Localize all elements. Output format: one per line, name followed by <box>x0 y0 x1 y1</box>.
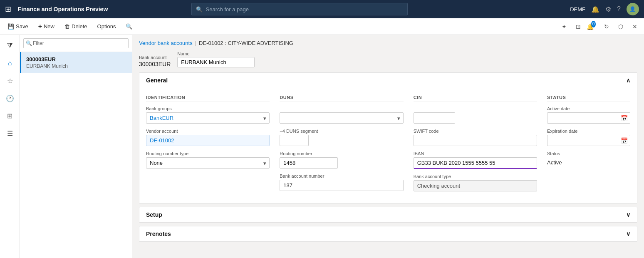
active-date-label: Active date <box>547 106 630 111</box>
identification-column: IDENTIFICATION Bank groups BankEUR Vendo… <box>146 95 270 196</box>
save-button[interactable]: 💾 Save <box>3 22 32 31</box>
active-date-calendar-icon[interactable]: 📅 <box>621 115 628 122</box>
new-icon: + <box>38 23 42 30</box>
list-item[interactable]: 300003EUR EURBANK Munich <box>20 52 132 73</box>
filter-icon: 🔍 <box>26 40 32 46</box>
expiration-date-calendar-icon[interactable]: 📅 <box>621 137 628 144</box>
prenotes-section-header[interactable]: Prenotes ∨ <box>139 226 637 241</box>
cin-input[interactable] <box>414 112 455 124</box>
notification-icon[interactable]: 🔔 <box>591 5 599 13</box>
settings-icon[interactable]: ⚙ <box>605 5 611 13</box>
options-button[interactable]: Options <box>93 22 120 31</box>
app-title: Finance and Operations Preview <box>18 6 108 12</box>
content-panel: Vendor bank accounts | DE-01002 : CITY-W… <box>132 35 644 258</box>
routing-number-label: Routing number <box>280 151 403 156</box>
new-button[interactable]: + New <box>34 21 59 32</box>
list-filter-input[interactable] <box>23 38 129 48</box>
cin-field: CIN <box>414 106 537 124</box>
status-title: STATUS <box>547 95 630 102</box>
bank-groups-select[interactable]: BankEUR <box>146 112 270 124</box>
help-icon[interactable]: ? <box>617 5 621 13</box>
status-column: STATUS Active date 📅 Expiration date <box>547 95 630 196</box>
refresh-icon[interactable]: ↻ <box>601 21 612 32</box>
active-date-input[interactable] <box>547 112 630 124</box>
iban-input[interactable] <box>414 157 537 169</box>
setup-section-header[interactable]: Setup ∨ <box>139 207 637 222</box>
active-date-wrap: 📅 <box>547 112 630 124</box>
top-nav-right: DEMF 🔔 ⚙ ? 👤 <box>570 3 639 15</box>
main-layout: ⧩ ⌂ ☆ 🕐 ⊞ ☰ 🔍 300003EUR EURBANK Munich V… <box>0 35 644 258</box>
search-button[interactable]: 🔍 <box>121 22 136 31</box>
search-toolbar-icon: 🔍 <box>126 23 132 30</box>
save-icon: 💾 <box>7 23 14 30</box>
personalize-icon[interactable]: ✦ <box>558 21 570 32</box>
duns-segment-input[interactable] <box>280 135 309 146</box>
sidebar-workspaces-icon[interactable]: ⊞ <box>2 108 17 123</box>
delete-icon: 🗑 <box>64 23 70 30</box>
expiration-date-wrap: 📅 <box>547 135 630 146</box>
splitview-icon[interactable]: ⊡ <box>572 21 584 32</box>
breadcrumb-parent[interactable]: Vendor bank accounts <box>139 40 193 46</box>
bank-account-value: 300003EUR <box>139 61 171 67</box>
expiration-date-label: Expiration date <box>547 129 630 134</box>
swift-code-input[interactable] <box>414 135 537 146</box>
prenotes-chevron-icon: ∨ <box>626 231 630 237</box>
toolbar-right: ✦ ⊡ 🔔 0 ↻ ⬡ ✕ <box>558 21 641 32</box>
close-icon[interactable]: ✕ <box>629 21 641 32</box>
sidebar-home-icon[interactable]: ⌂ <box>2 56 17 71</box>
routing-number-input[interactable] <box>280 157 338 169</box>
list-panel: 🔍 300003EUR EURBANK Munich <box>20 35 132 258</box>
prenotes-section-title: Prenotes <box>146 231 171 237</box>
badge-count: 0 <box>591 21 596 27</box>
prenotes-section: Prenotes ∨ <box>139 226 637 242</box>
sidebar-recent-icon[interactable]: 🕐 <box>2 91 17 106</box>
routing-number-type-wrap: None ABA BSB SWIFT <box>146 157 270 169</box>
top-navigation: ⊞ Finance and Operations Preview 🔍 DEMF … <box>0 0 644 18</box>
sidebar-favorites-icon[interactable]: ☆ <box>2 73 17 88</box>
routing-number-type-select[interactable]: None ABA BSB SWIFT <box>146 157 270 169</box>
routing-number-type-label: Routing number type <box>146 151 270 156</box>
expiration-date-input[interactable] <box>547 135 630 146</box>
active-date-field: Active date 📅 <box>547 106 630 124</box>
duns-segment-field: +4 DUNS segment <box>280 129 403 146</box>
app-grid-icon[interactable]: ⊞ <box>5 5 11 14</box>
vendor-account-label: Vendor account <box>146 129 270 134</box>
delete-button[interactable]: 🗑 Delete <box>60 22 92 31</box>
bank-account-type-field: Bank account type <box>414 174 537 191</box>
toolbar: 💾 Save + New 🗑 Delete Options 🔍 ✦ ⊡ 🔔 0 … <box>0 18 644 35</box>
duns-field: DUNS <box>280 106 403 124</box>
breadcrumb-current: DE-01002 : CITY-WIDE ADVERTISING <box>199 40 293 46</box>
iban-field: IBAN <box>414 151 537 169</box>
vendor-account-input[interactable] <box>146 135 270 146</box>
bank-account-field: Bank account 300003EUR <box>139 55 171 67</box>
identification-title: IDENTIFICATION <box>146 95 270 102</box>
header-fields: Bank account 300003EUR Name <box>139 51 637 67</box>
duns-select[interactable] <box>280 112 403 124</box>
setup-section-title: Setup <box>146 211 162 218</box>
list-item-code: 300003EUR <box>26 56 127 62</box>
badge-button[interactable]: 🔔 0 <box>587 21 598 32</box>
status-field: Status Active <box>547 151 630 168</box>
routing-number-type-field: Routing number type None ABA BSB SWIFT <box>146 151 270 169</box>
bank-account-label: Bank account <box>139 55 171 60</box>
name-input[interactable] <box>177 57 255 67</box>
list-filter-bar: 🔍 <box>20 35 132 52</box>
avatar[interactable]: 👤 <box>627 3 639 15</box>
user-name: DEMF <box>570 6 585 12</box>
search-input[interactable] <box>206 6 403 12</box>
sidebar-list-icon[interactable]: ☰ <box>2 126 17 141</box>
setup-chevron-icon: ∨ <box>626 211 630 218</box>
sidebar-icons: ⧩ ⌂ ☆ 🕐 ⊞ ☰ <box>0 35 20 258</box>
swift-code-label: SWIFT code <box>414 129 537 134</box>
bank-account-type-input <box>414 180 537 191</box>
expand-icon[interactable]: ⬡ <box>615 21 627 32</box>
sidebar-filter-icon[interactable]: ⧩ <box>2 38 17 53</box>
general-section-body: IDENTIFICATION Bank groups BankEUR Vendo… <box>139 88 637 203</box>
bank-groups-label: Bank groups <box>146 106 270 111</box>
name-field: Name <box>177 51 255 67</box>
general-section-header[interactable]: General ∧ <box>139 73 637 88</box>
swift-code-field: SWIFT code <box>414 129 537 146</box>
bank-account-number-input[interactable] <box>280 180 403 191</box>
bank-account-number-field: Bank account number <box>280 174 403 191</box>
duns-title: DUNS <box>280 95 403 102</box>
